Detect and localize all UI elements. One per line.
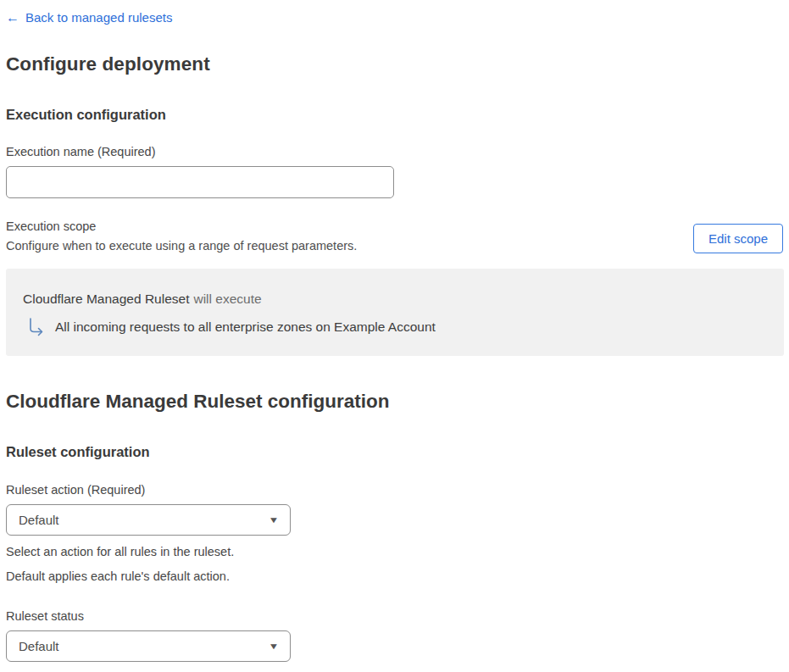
execution-name-label: Execution name (Required) — [6, 145, 784, 158]
edit-scope-button[interactable]: Edit scope — [693, 224, 783, 253]
ruleset-status-help: Select a status for all rules in the rul… — [6, 669, 784, 672]
execution-scope-row: Execution scope Configure when to execut… — [6, 219, 784, 257]
summary-will-execute-text: will execute — [193, 292, 261, 306]
ruleset-configuration-title: Cloudflare Managed Ruleset configuration — [6, 391, 784, 413]
back-arrow-icon: ← — [6, 11, 19, 25]
summary-ruleset-name: Cloudflare Managed Ruleset — [23, 292, 189, 306]
ruleset-action-value: Default — [19, 513, 59, 527]
execution-scope-description: Configure when to execute using a range … — [6, 239, 784, 253]
summary-scope-text: All incoming requests to all enterprise … — [55, 319, 436, 335]
ruleset-action-label: Ruleset action (Required) — [6, 483, 784, 497]
page-title: Configure deployment — [6, 53, 784, 75]
ruleset-configuration-heading: Ruleset configuration — [6, 444, 784, 460]
caret-down-icon: ▼ — [269, 515, 280, 525]
execution-name-input[interactable] — [6, 166, 394, 198]
ruleset-status-select[interactable]: Default ▼ — [6, 630, 291, 662]
execution-summary-box: Cloudflare Managed Rulesetwill execute A… — [6, 269, 784, 356]
back-link-label: Back to managed rulesets — [25, 10, 172, 25]
ruleset-action-help-1: Select an action for all rules in the ru… — [6, 542, 784, 561]
caret-down-icon: ▼ — [269, 641, 280, 651]
execution-scope-label: Execution scope — [6, 219, 784, 233]
summary-line-scope: All incoming requests to all enterprise … — [23, 318, 767, 336]
back-to-managed-rulesets-link[interactable]: ← Back to managed rulesets — [6, 10, 172, 25]
summary-line-will-execute: Cloudflare Managed Rulesetwill execute — [23, 292, 767, 307]
ruleset-action-select[interactable]: Default ▼ — [6, 504, 291, 536]
configure-deployment-page: ← Back to managed rulesets Configure dep… — [0, 0, 789, 672]
ruleset-status-value: Default — [19, 639, 59, 653]
ruleset-status-label: Ruleset status — [6, 609, 784, 623]
execution-configuration-heading: Execution configuration — [6, 107, 784, 123]
ruleset-action-help-2: Default applies each rule's default acti… — [6, 567, 784, 586]
branch-arrow-icon — [26, 318, 45, 336]
